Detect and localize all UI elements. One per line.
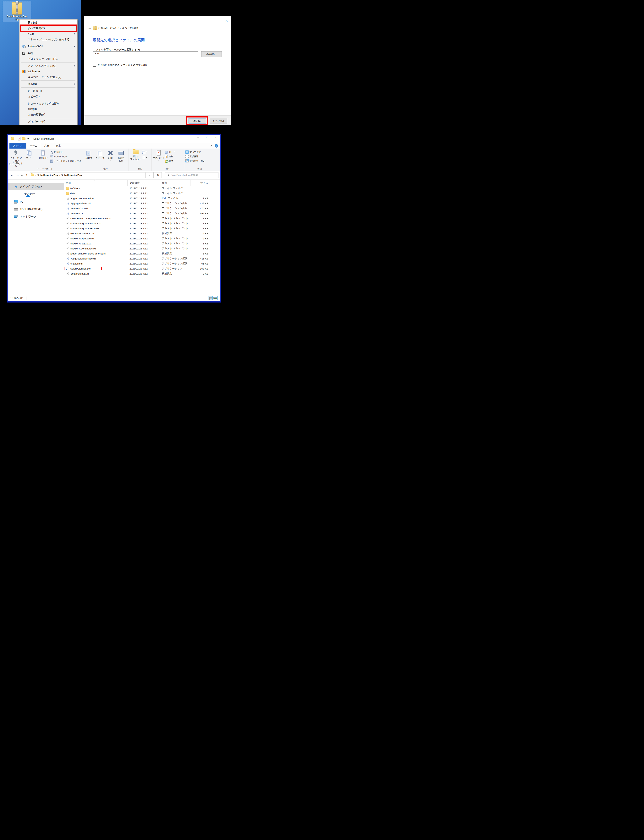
delete-button[interactable]: 削除 <box>105 150 115 161</box>
new-folder-icon <box>133 150 138 154</box>
destination-field-label: ファイルを下のフォルダーに展開する(F): <box>93 48 141 51</box>
pin-to-quick-access-button[interactable]: クイック アクセス にピン留めする <box>9 150 23 167</box>
menu-item-7zip[interactable]: 7-Zip <box>20 31 77 37</box>
sidebar-item-network[interactable]: ネットワーク <box>8 213 64 220</box>
menu-item-extract-all[interactable]: すべて展開(T)... <box>20 25 77 31</box>
file-row[interactable]: JudgeSuitablePlace.dll 2023/02/28 7:12 ア… <box>64 256 220 261</box>
back-arrow-icon[interactable]: ← <box>88 26 92 30</box>
select-all-button[interactable]: すべて選択 <box>186 151 205 154</box>
new-item-button[interactable] <box>142 151 147 154</box>
sidebar-item-onedrive[interactable]: OneDrive <box>8 190 64 198</box>
file-row[interactable]: ColorSetting_JudgeSuitablePlace.txt 2023… <box>64 216 220 221</box>
tab-share[interactable]: 共有 <box>41 143 53 149</box>
file-type: ファイル フォルダー <box>160 192 191 195</box>
sidebar-item-quick-access[interactable]: ★クイック アクセス <box>8 183 64 190</box>
tab-file[interactable]: ファイル <box>10 143 26 149</box>
file-row[interactable]: colorSetting_SolarRad.txt 2023/02/28 7:1… <box>64 226 220 231</box>
invert-selection-button[interactable]: 選択の切り替え <box>186 159 205 162</box>
destination-path-input[interactable] <box>93 51 199 57</box>
file-row[interactable]: data 2023/02/28 7:12 ファイル フォルダー <box>64 191 220 196</box>
forward-button[interactable]: → <box>15 173 20 177</box>
cancel-button[interactable]: キャンセル <box>210 118 227 123</box>
file-row[interactable]: shapelib.dll 2023/02/28 7:12 アプリケーション拡張 … <box>64 261 220 266</box>
column-header-date[interactable]: 更新日時 <box>128 180 160 186</box>
copy-to-button[interactable]: コピー先 <box>94 150 105 161</box>
new-folder-button[interactable]: 新しい フォルダー <box>130 150 142 161</box>
easy-access-button[interactable] <box>142 156 147 159</box>
show-files-checkbox[interactable] <box>93 64 96 67</box>
maximize-button[interactable]: □ <box>203 135 212 141</box>
file-row[interactable]: 9.Others 2023/02/28 7:12 ファイル フォルダー <box>64 186 220 191</box>
menu-item-properties[interactable]: プロパティ(R) <box>20 119 77 125</box>
menu-item-cut[interactable]: 切り取り(T) <box>20 88 77 94</box>
sidebar-item-toshiba-ext[interactable]: TOSHIBA EXT (F:) <box>8 205 64 213</box>
cut-button[interactable]: 切り取り <box>50 151 81 154</box>
file-row[interactable]: AggregateData.dll 2023/02/28 7:12 アプリケーシ… <box>64 201 220 206</box>
menu-item-winmerge[interactable]: WinMerge <box>20 69 77 74</box>
minimize-button[interactable]: – <box>194 135 203 141</box>
search-input[interactable]: SolarPotentialExeの検索 <box>165 172 219 178</box>
paste-shortcut-button[interactable]: ショートカットの貼り付け <box>50 159 81 162</box>
back-button[interactable]: ← <box>10 173 15 177</box>
copy-button[interactable]: コピー <box>23 150 36 159</box>
browse-button[interactable]: 参照(R)... <box>201 51 222 57</box>
move-to-button[interactable]: 移動先 <box>84 150 94 161</box>
file-row[interactable]: colorSetting_SolarPower.txt 2023/02/28 7… <box>64 221 220 226</box>
menu-item-rename[interactable]: 名前の変更(M) <box>20 112 77 118</box>
tab-home[interactable]: ホーム <box>26 143 41 149</box>
file-row[interactable]: judge_suitable_place_priority.ini 2023/0… <box>64 251 220 256</box>
menu-item-give-access[interactable]: アクセスを許可する(G) <box>20 63 77 69</box>
refresh-button[interactable]: ↻ <box>154 172 162 178</box>
edit-button[interactable]: 編集 <box>164 155 175 158</box>
file-row[interactable]: Analyzer.dll 2023/02/28 7:12 アプリケーション拡張 … <box>64 211 220 216</box>
menu-item-restore-previous[interactable]: 以前のバージョンの復元(V) <box>20 74 77 80</box>
close-button[interactable]: × <box>212 135 220 141</box>
thumbnail-view-button[interactable] <box>213 296 218 300</box>
menu-item-tortoisesvn[interactable]: TortoiseSVN <box>20 44 77 49</box>
tab-view[interactable]: 表示 <box>53 143 64 149</box>
extract-button[interactable]: 展開(E) <box>189 118 206 123</box>
up-button[interactable]: ↑ <box>24 173 29 177</box>
quick-toolbar-properties-icon[interactable] <box>18 137 20 141</box>
file-date: 2023/02/28 7:12 <box>128 222 160 225</box>
address-bar[interactable]: › SolarPotentialExe › SolarPotentialExe <box>30 172 146 178</box>
history-button[interactable]: 履歴 <box>164 159 175 162</box>
address-dropdown-button[interactable] <box>146 172 154 178</box>
file-row[interactable]: aggregate_range.kml 2023/02/28 7:12 KML … <box>64 196 220 201</box>
zip-file-desktop-icon[interactable]: SolarPotentialExe. zip <box>3 1 31 22</box>
open-button[interactable]: 開く <box>164 151 175 154</box>
quick-toolbar-dropdown-icon[interactable] <box>27 138 29 139</box>
file-row[interactable]: SolarPotential.exe 2023/02/28 7:12 アプリケー… <box>64 266 220 271</box>
column-header-size[interactable]: サイズ <box>191 180 210 186</box>
menu-item-open-with[interactable]: プログラムから開く(H)... <box>20 56 77 62</box>
file-row[interactable]: SolarPotential.ini 2023/02/28 7:12 構成設定 … <box>64 271 220 276</box>
paste-button[interactable]: 貼り付け <box>36 150 50 159</box>
breadcrumb-segment[interactable]: SolarPotentialExe <box>61 174 82 177</box>
menu-item-pin-to-start[interactable]: スタート メニューにピン留めする <box>20 37 77 42</box>
properties-button[interactable]: プロパティ <box>153 150 164 161</box>
quick-toolbar-newfolder-icon[interactable] <box>22 137 25 140</box>
menu-item-send-to[interactable]: 送る(N) <box>20 81 77 87</box>
menu-item-copy[interactable]: コピー(C) <box>20 94 77 99</box>
select-none-button[interactable]: 選択解除 <box>186 155 205 158</box>
rename-button[interactable]: 名前の 変更 <box>115 150 127 162</box>
column-header-name[interactable]: 名前 <box>64 180 128 186</box>
close-icon[interactable]: × <box>223 18 230 24</box>
file-row[interactable]: extended_attribute.ini 2023/02/28 7:12 構… <box>64 231 220 236</box>
help-icon[interactable]: ? <box>215 144 218 148</box>
column-header-type[interactable]: 種類 <box>160 180 191 186</box>
breadcrumb-segment[interactable]: SolarPotentialExe <box>37 174 58 177</box>
file-row[interactable]: initFile_Analyze.txt 2023/02/28 7:12 テキス… <box>64 241 220 246</box>
details-view-button[interactable] <box>208 296 213 300</box>
menu-item-share[interactable]: 共有 <box>20 51 77 56</box>
copy-path-button[interactable]: パスのコピー <box>50 155 81 158</box>
recent-locations-icon[interactable] <box>21 174 23 176</box>
menu-item-create-shortcut[interactable]: ショートカットの作成(S) <box>20 101 77 106</box>
menu-item-open[interactable]: 開く(O) <box>20 20 77 25</box>
file-row[interactable]: initFile_Coordinates.txt 2023/02/28 7:12… <box>64 246 220 251</box>
file-row[interactable]: AnalyzeData.dll 2023/02/28 7:12 アプリケーション… <box>64 206 220 211</box>
collapse-ribbon-icon[interactable] <box>210 145 212 147</box>
menu-item-delete[interactable]: 削除(D) <box>20 106 77 112</box>
sidebar-item-pc[interactable]: PC <box>8 198 64 205</box>
file-row[interactable]: initFile_Aggregate.txt 2023/02/28 7:12 テ… <box>64 236 220 241</box>
